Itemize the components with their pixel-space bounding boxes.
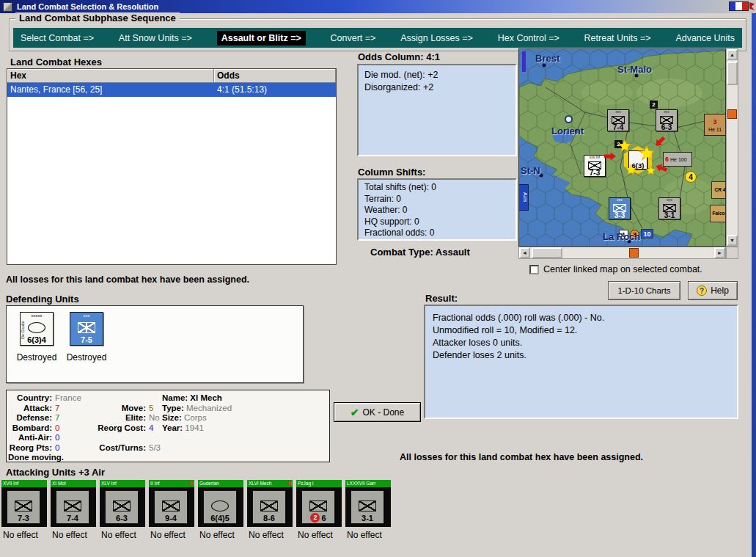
combat-location-marker	[629, 248, 639, 258]
seq-step-att-snow-units: Att Snow Units =>	[119, 33, 192, 43]
map-air-unit-he100[interactable]: 6 He 100	[663, 152, 692, 167]
name-label: Name:	[162, 393, 188, 402]
cost-turns-value: 5/3	[149, 443, 161, 452]
map-unit-3-3[interactable]: xxx 3-3	[609, 197, 631, 219]
mech-symbol-icon	[78, 322, 95, 333]
odds-line: Disorganized: +2	[364, 81, 510, 94]
horizontal-scroll-thumb[interactable]	[532, 247, 562, 258]
subphase-sequence-group: Land Combat Subphase Sequence Select Com…	[9, 18, 746, 51]
map-air-unit-he111[interactable]: 3 He 11	[704, 114, 726, 136]
combat-location-marker	[727, 109, 737, 119]
unit-status: Destroyed	[64, 352, 109, 363]
unit-status: No effect	[345, 527, 391, 540]
reorg-cost-value: 4	[149, 423, 153, 432]
unit-status: No effect	[51, 527, 96, 540]
type-label: Type:	[162, 404, 184, 412]
move-label: Move:	[89, 404, 146, 412]
infantry-symbol-icon	[15, 500, 32, 512]
scroll-down-button[interactable]: ▼	[727, 235, 738, 246]
defense-label: Defense:	[7, 413, 52, 422]
country-label: Country:	[7, 393, 52, 402]
mech-symbol-icon	[260, 500, 278, 512]
charts-button[interactable]: 1-D-10 Charts	[608, 281, 680, 300]
attacking-unit-xlvi-mech[interactable]: XLVI MechR 8-6 No effect	[247, 480, 293, 540]
unit-counter: 7-3	[7, 490, 40, 524]
flag-icon	[729, 1, 749, 11]
flag-ribbon-icon	[749, 2, 755, 10]
map-unit-7-4[interactable]: xxx 7-4	[607, 109, 629, 131]
center-map-checkbox[interactable]	[529, 265, 539, 274]
name-value: XI Mech	[190, 393, 221, 402]
check-icon: ✔	[351, 407, 359, 418]
seq-step-advance-units: Advance Units	[675, 33, 735, 43]
map-unit-6-3[interactable]: xxx 6-3	[656, 109, 678, 131]
attacking-unit-xlv-inf[interactable]: XLV Inf 6-3 No effect	[100, 480, 145, 540]
column-header-odds[interactable]: Odds	[214, 69, 336, 83]
attacking-unit-guderian[interactable]: Guderian 6(4)5 No effect	[198, 480, 243, 540]
defending-units-panel: xxxxx De Gaulle 6(3)4 Destroyed xxx 7-5 …	[6, 305, 304, 383]
attacking-unit-xvii-inf[interactable]: XVII Inf 7-3 No effect	[1, 480, 47, 540]
map-unit-falco[interactable]: Falco	[710, 205, 726, 222]
scrollbar-corner	[726, 247, 738, 259]
scroll-right-button[interactable]: ►	[714, 247, 725, 258]
result-line: Defender loses 2 units.	[433, 349, 730, 362]
map-label-la-roch: La Roch	[603, 231, 640, 242]
help-button[interactable]: ? Help	[688, 281, 738, 300]
size-value: Corps	[184, 413, 207, 422]
anti-air-value: 0	[55, 433, 59, 442]
defending-unit-de-gaulle[interactable]: xxxxx De Gaulle 6(3)4 Destroyed	[14, 312, 59, 363]
attacking-unit-ii-inf[interactable]: II InfR 9-4 No effect	[149, 480, 194, 540]
unit-status: No effect	[1, 527, 47, 540]
seq-step-hex-control: Hex Control =>	[498, 33, 559, 43]
map-unit-3-1[interactable]: xxx 3-1	[658, 197, 680, 219]
cell-odds: 4:1 (51.5:13)	[214, 83, 336, 97]
unit-counter: 3-1	[351, 490, 384, 524]
land-combat-window: Land Combat Selection & Resolution Land …	[0, 0, 756, 557]
losses-assigned-message: All losses for this land combat hex have…	[6, 274, 249, 285]
table-header: Hex Odds	[7, 69, 336, 83]
scroll-left-button[interactable]: ◄	[519, 247, 530, 258]
cost-turns-label: Cost/Turns:	[89, 443, 146, 452]
done-moving-label: Done moving.	[8, 453, 64, 462]
map-label-lorient: Lorient	[551, 125, 584, 136]
shift-line: HQ support: 0	[364, 216, 510, 228]
attacking-unit-lxxxvii-garr[interactable]: LXXXVII Garr 3-1 No effect	[345, 480, 391, 540]
seq-step-convert: Convert =>	[331, 33, 376, 43]
map-horizontal-scrollbar[interactable]: ◄ ►	[518, 247, 726, 259]
unit-counter: 6(4)5	[203, 490, 237, 524]
column-header-hex[interactable]: Hex	[7, 69, 214, 83]
defending-unit-xi-mech[interactable]: xxx 7-5 Destroyed	[64, 312, 109, 363]
table-row-selected[interactable]: Nantes, France [56, 25] 4:1 (51.5:13)	[7, 83, 336, 97]
column-shifts-panel: Total shifts (net): 0 Terrain: 0 Weather…	[357, 178, 517, 241]
unit-counter: 6-3	[105, 490, 139, 524]
defending-units-title: Defending Units	[6, 294, 79, 305]
center-map-checkbox-label: Center linked map on selected combat.	[543, 264, 702, 274]
subphase-sequence-title: Land Combat Subphase Sequence	[15, 12, 180, 23]
seq-step-retreat-units: Retreat Units =>	[584, 33, 651, 43]
vertical-scroll-thumb[interactable]	[727, 62, 738, 85]
infantry-symbol-icon	[162, 500, 180, 512]
bombard-value: 0	[55, 423, 59, 432]
attacking-unit-xi-mot[interactable]: XI Mot 7-4 No effect	[51, 480, 96, 540]
type-value: Mechanized	[186, 404, 232, 412]
map-unit-cr4[interactable]: CR 4	[711, 181, 726, 199]
anti-air-label: Anti-Air:	[7, 433, 52, 442]
title-bar[interactable]: Land Combat Selection & Resolution	[0, 0, 756, 13]
garrison-symbol-icon	[359, 500, 376, 512]
elite-label: Elite:	[89, 413, 146, 422]
map-unit-7-3[interactable]: xxx Inf 7-3	[584, 155, 606, 177]
ok-done-button[interactable]: ✔ OK - Done	[334, 402, 421, 422]
shift-line: Fractional odds: 0	[364, 227, 510, 239]
unit-status: No effect	[100, 527, 145, 540]
mini-map[interactable]: xxx 7-4 xxx 6-3 2 2 3 He 11 xxx Inf 7-3 …	[518, 48, 726, 247]
stack-badge: 2	[650, 101, 658, 109]
scroll-up-button[interactable]: ▲	[727, 49, 738, 60]
attacking-unit-pzjag-i[interactable]: PzJag I 26 No effect	[296, 480, 342, 540]
combat-hexes-table: Hex Odds Nantes, France [56, 25] 4:1 (51…	[7, 68, 337, 265]
cell-hex: Nantes, France [56, 25]	[7, 83, 214, 97]
unit-counter: xxxxx De Gaulle 6(3)4	[20, 312, 54, 346]
axis-label-box: Axis	[518, 184, 529, 211]
result-title: Result:	[425, 293, 458, 304]
map-vertical-scrollbar[interactable]: ▲ ▼	[726, 48, 738, 247]
move-value: 5	[149, 404, 153, 412]
